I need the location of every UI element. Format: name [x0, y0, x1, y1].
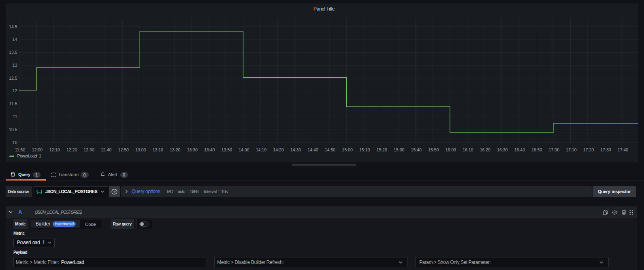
svg-text:?: ?	[113, 189, 116, 193]
svg-text:11:50: 11:50	[15, 147, 26, 152]
svg-text:17:20: 17:20	[583, 147, 594, 152]
svg-text:16:10: 16:10	[463, 147, 473, 152]
svg-text:10.5: 10.5	[9, 127, 17, 132]
svg-text:13:10: 13:10	[153, 147, 163, 152]
svg-text:13: 13	[13, 63, 17, 68]
svg-text:13:50: 13:50	[222, 147, 232, 152]
svg-text:17:00: 17:00	[549, 147, 559, 152]
svg-text:17:30: 17:30	[600, 147, 611, 152]
svg-text:11.5: 11.5	[9, 101, 17, 106]
svg-text:PowerLoad_1: PowerLoad_1	[17, 153, 41, 158]
svg-text:16:00: 16:00	[446, 147, 456, 152]
svg-text:15:10: 15:10	[359, 147, 370, 152]
svg-text:11: 11	[13, 114, 17, 119]
svg-text:14:40: 14:40	[307, 147, 318, 152]
svg-text:15:30: 15:30	[394, 147, 404, 152]
svg-text:12:30: 12:30	[83, 147, 94, 152]
svg-text:14:20: 14:20	[273, 147, 284, 152]
svg-text:16:40: 16:40	[514, 147, 525, 152]
svg-text:13:20: 13:20	[170, 147, 180, 152]
svg-text:15:20: 15:20	[376, 147, 387, 152]
svg-text:16:50: 16:50	[531, 147, 542, 152]
svg-text:12:40: 12:40	[101, 147, 111, 152]
svg-text:14:00: 14:00	[239, 147, 249, 152]
svg-text:12.5: 12.5	[9, 76, 17, 81]
svg-text:13:00: 13:00	[135, 147, 146, 152]
svg-text:12: 12	[13, 88, 17, 93]
svg-text:16:30: 16:30	[497, 147, 508, 152]
svg-text:15:50: 15:50	[428, 147, 439, 152]
svg-text:13:30: 13:30	[187, 147, 198, 152]
svg-text:12:00: 12:00	[32, 147, 43, 152]
svg-text:13.5: 13.5	[9, 50, 17, 55]
svg-text:12:50: 12:50	[118, 147, 129, 152]
svg-text:10: 10	[13, 140, 17, 145]
svg-text:14:50: 14:50	[325, 147, 335, 152]
svg-text:14:30: 14:30	[290, 147, 301, 152]
svg-text:13:40: 13:40	[204, 147, 215, 152]
svg-text:17:40: 17:40	[618, 147, 628, 152]
svg-text:14:10: 14:10	[256, 147, 267, 152]
svg-text:14: 14	[13, 37, 17, 42]
svg-text:12:10: 12:10	[49, 147, 60, 152]
svg-text:14.5: 14.5	[9, 24, 17, 29]
svg-text:16:20: 16:20	[480, 147, 490, 152]
svg-text:12:20: 12:20	[66, 147, 77, 152]
svg-text:15:00: 15:00	[342, 147, 352, 152]
svg-text:15:40: 15:40	[411, 147, 422, 152]
svg-text:17:10: 17:10	[566, 147, 576, 152]
